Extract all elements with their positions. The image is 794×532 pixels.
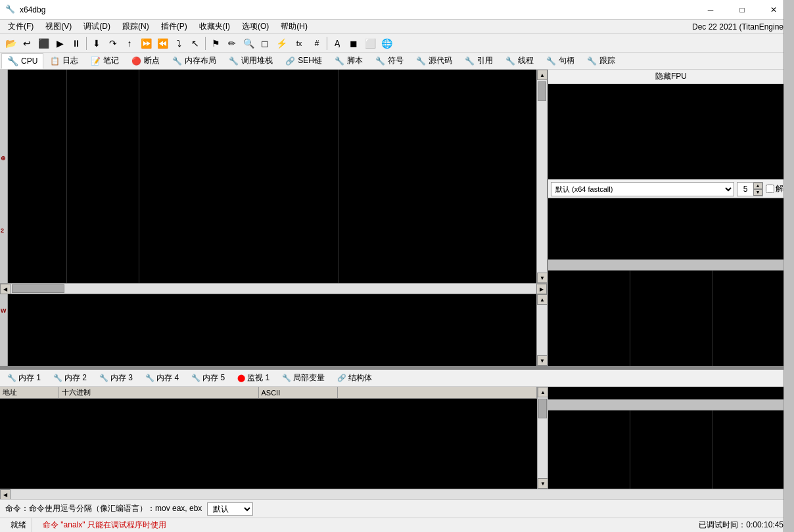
mem-data[interactable] bbox=[0, 399, 537, 489]
mem-tab-4[interactable]: 🔧 内存 4 bbox=[139, 370, 185, 386]
hscroll-right[interactable]: ▶ bbox=[536, 284, 547, 294]
menu-debug[interactable]: 调试(D) bbox=[78, 20, 116, 33]
reg-col-1[interactable] bbox=[548, 271, 630, 366]
info-vscrollbar[interactable]: ▲ ▼ bbox=[536, 294, 547, 366]
tab-cpu[interactable]: 🔧 CPU bbox=[1, 53, 43, 69]
net-button[interactable]: 🌐 bbox=[379, 35, 394, 51]
mem-scroll-thumb[interactable] bbox=[538, 399, 547, 418]
scroll-down-arrow[interactable]: ▼ bbox=[537, 273, 547, 283]
tab-notes[interactable]: 📝 笔记 bbox=[85, 53, 125, 69]
stop-button[interactable]: ⬛ bbox=[35, 35, 51, 51]
font-button[interactable]: A̧ bbox=[329, 35, 345, 51]
disasm-vscrollbar[interactable]: ▲ ▼ bbox=[536, 70, 547, 283]
fpu-vscrollbar[interactable] bbox=[783, 84, 794, 179]
disasm-column[interactable] bbox=[139, 70, 339, 283]
info-scroll-down[interactable]: ▼ bbox=[537, 355, 547, 366]
tab-handles[interactable]: 🔧 句柄 bbox=[540, 53, 580, 69]
right-hscrollbar[interactable] bbox=[548, 259, 794, 270]
mem-scroll-down[interactable]: ▼ bbox=[538, 478, 548, 489]
tab-log[interactable]: 📋 日志 bbox=[44, 53, 84, 69]
tab-seh[interactable]: 🔗 SEH链 bbox=[279, 53, 328, 69]
reg-col-2[interactable] bbox=[630, 271, 712, 366]
open-button[interactable]: 📂 bbox=[3, 35, 18, 51]
run-button[interactable]: ▶ bbox=[52, 35, 68, 51]
mem-tab-3[interactable]: 🔧 内存 3 bbox=[93, 370, 139, 386]
cond-bp-button[interactable]: ✏ bbox=[224, 35, 240, 51]
comment-column[interactable] bbox=[339, 70, 537, 283]
step-out-button[interactable]: ↑ bbox=[122, 35, 137, 51]
tab-threads[interactable]: 🔧 线程 bbox=[500, 53, 540, 69]
mem-tab-5[interactable]: 🔧 内存 5 bbox=[185, 370, 231, 386]
right-mem-content[interactable] bbox=[548, 387, 794, 399]
menu-view[interactable]: 视图(V) bbox=[40, 20, 77, 33]
fpu-spinner-down[interactable]: ▼ bbox=[753, 189, 762, 196]
mem-bp-button[interactable]: ◻ bbox=[257, 35, 273, 51]
menu-help[interactable]: 帮助(H) bbox=[275, 20, 313, 33]
command-dropdown[interactable]: 默认 bbox=[207, 502, 253, 516]
trace-button[interactable]: ⚡ bbox=[273, 35, 289, 51]
locals-tab[interactable]: 🔧 局部变量 bbox=[276, 370, 331, 386]
tab-memory-map[interactable]: 🔧 内存布局 bbox=[166, 53, 222, 69]
fpu-unlock-checkbox[interactable] bbox=[766, 185, 774, 193]
menu-trace[interactable]: 跟踪(N) bbox=[117, 20, 154, 33]
scroll-track[interactable] bbox=[537, 80, 547, 273]
right-info-panel[interactable] bbox=[548, 198, 794, 259]
info-content[interactable] bbox=[8, 294, 536, 366]
hash-button[interactable]: # bbox=[309, 35, 325, 51]
hscroll-track[interactable] bbox=[11, 284, 536, 294]
addr-column[interactable] bbox=[8, 70, 67, 283]
mem-tab-1[interactable]: 🔧 内存 1 bbox=[1, 370, 47, 386]
mem-scroll-up[interactable]: ▲ bbox=[538, 387, 548, 397]
watch-tab-1[interactable]: ⬤ 监视 1 bbox=[231, 370, 275, 386]
menu-plugins[interactable]: 插件(P) bbox=[156, 20, 193, 33]
minimize-button[interactable]: ─ bbox=[695, 1, 726, 19]
hscroll-thumb[interactable] bbox=[12, 284, 64, 293]
reg-col-3[interactable] bbox=[712, 271, 794, 366]
mem-scroll-track[interactable] bbox=[538, 397, 548, 478]
tab-breakpoints[interactable]: 🔴 断点 bbox=[126, 53, 166, 69]
run-to-button[interactable]: ⏩ bbox=[138, 35, 154, 51]
execute-till-button[interactable]: ⤵ bbox=[171, 35, 187, 51]
step-over-button[interactable]: ↷ bbox=[105, 35, 121, 51]
expr-button[interactable]: fx bbox=[290, 35, 308, 51]
info-scroll-up[interactable]: ▲ bbox=[537, 294, 547, 305]
step-into-button[interactable]: ⬇ bbox=[89, 35, 105, 51]
run-back-button[interactable]: ⏪ bbox=[154, 35, 170, 51]
rmbcol-2[interactable] bbox=[630, 410, 712, 489]
tab-refs[interactable]: 🔧 引用 bbox=[459, 53, 499, 69]
fpu-spinner-up[interactable]: ▲ bbox=[753, 183, 762, 189]
maximize-button[interactable]: □ bbox=[727, 1, 757, 19]
mem-vscrollbar[interactable]: ▲ ▼ bbox=[537, 387, 548, 489]
mem-hscrollbar[interactable]: ◀ ▶ bbox=[0, 489, 794, 499]
hw-bp-button[interactable]: 🔍 bbox=[241, 35, 256, 51]
hex-edit-button[interactable]: ◼ bbox=[346, 35, 362, 51]
tab-trace[interactable]: 🔧 跟踪 bbox=[581, 53, 621, 69]
hscroll-left[interactable]: ◀ bbox=[0, 284, 11, 294]
mem-tab-2[interactable]: 🔧 内存 2 bbox=[47, 370, 93, 386]
fpu-content[interactable] bbox=[548, 84, 794, 179]
menu-file[interactable]: 文件(F) bbox=[3, 20, 39, 33]
menu-favorites[interactable]: 收藏夹(I) bbox=[194, 20, 235, 33]
tab-source[interactable]: 🔧 源代码 bbox=[410, 53, 458, 69]
menu-options[interactable]: 选项(O) bbox=[237, 20, 274, 33]
rmbcol-1[interactable] bbox=[548, 410, 630, 489]
breakpoint-button[interactable]: ⚑ bbox=[208, 35, 223, 51]
disasm-hscrollbar[interactable]: ◀ ▶ bbox=[0, 283, 547, 294]
disasm-columns[interactable] bbox=[8, 70, 536, 283]
hex-column[interactable] bbox=[67, 70, 139, 283]
scroll-up-arrow[interactable]: ▲ bbox=[537, 70, 547, 80]
pause-button[interactable]: ⏸ bbox=[68, 35, 84, 51]
fpu-spinner[interactable]: 5 ▲ ▼ bbox=[737, 182, 763, 196]
struct-tab[interactable]: 🔗 结构体 bbox=[331, 370, 378, 386]
right-mem-hscroll[interactable] bbox=[548, 399, 794, 410]
info-scroll-track[interactable] bbox=[537, 305, 547, 355]
rmbcol-3[interactable] bbox=[712, 410, 794, 489]
scroll-thumb[interactable] bbox=[538, 81, 546, 101]
fpu-calling-conv[interactable]: 默认 (x64 fastcall) bbox=[551, 182, 734, 196]
tab-callstack[interactable]: 🔧 调用堆栈 bbox=[223, 53, 279, 69]
restart-button[interactable]: ↩ bbox=[19, 35, 35, 51]
mem-hscroll-track[interactable] bbox=[11, 489, 783, 499]
tab-symbols[interactable]: 🔧 符号 bbox=[369, 53, 409, 69]
tab-script[interactable]: 🔧 脚本 bbox=[329, 53, 369, 69]
log-button[interactable]: ⬜ bbox=[362, 35, 378, 51]
